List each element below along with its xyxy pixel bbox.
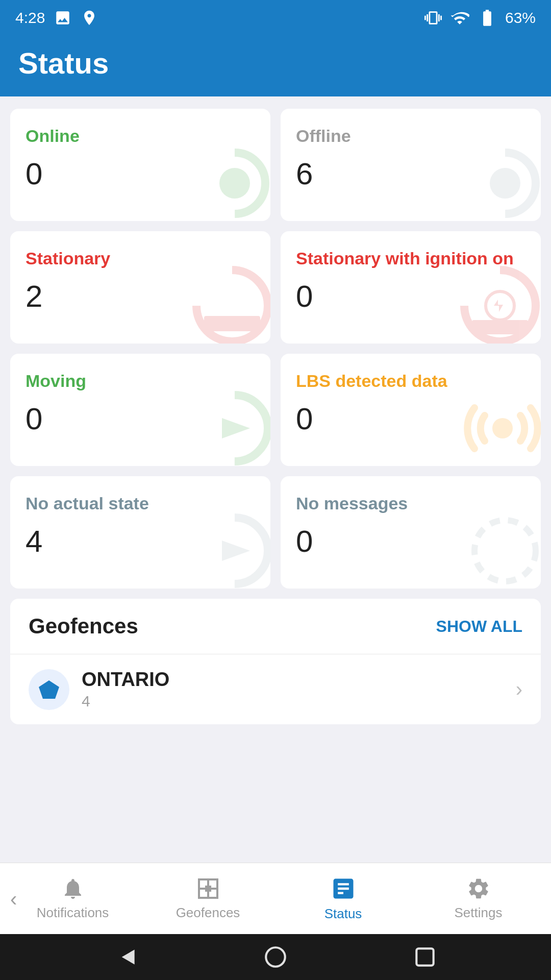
geofences-header: Geofences SHOW ALL <box>10 599 541 654</box>
card-no-actual-state-graphic <box>194 510 270 589</box>
gallery-icon <box>54 9 71 27</box>
status-cards-grid: Online 0 Offline 6 Stationary <box>10 109 541 589</box>
geofence-info: ONTARIO 4 <box>82 669 504 710</box>
status-bar-right: 63% <box>424 8 536 28</box>
svg-rect-20 <box>417 948 434 965</box>
header: Status <box>0 36 551 96</box>
status-nav-icon <box>330 875 357 902</box>
card-no-messages[interactable]: No messages 0 <box>281 476 541 589</box>
android-nav-bar <box>0 934 551 980</box>
card-moving[interactable]: Moving 0 <box>10 354 270 466</box>
android-recents-icon[interactable] <box>412 944 438 970</box>
geofences-title: Geofences <box>29 614 138 639</box>
battery-icon <box>478 8 497 28</box>
geofences-section: Geofences SHOW ALL ONTARIO 4 › <box>10 599 541 724</box>
wifi-icon <box>450 8 469 28</box>
geofence-name: ONTARIO <box>82 669 504 691</box>
android-back-icon[interactable] <box>113 944 139 970</box>
card-stationary-ignition-graphic <box>454 265 541 344</box>
bottom-nav: ‹ Notifications Geofences Status Setting… <box>0 863 551 934</box>
svg-point-3 <box>490 168 520 199</box>
main-content: Online 0 Offline 6 Stationary <box>0 96 551 863</box>
geofence-count: 4 <box>82 693 504 710</box>
geofence-icon-container <box>29 669 69 710</box>
card-stationary[interactable]: Stationary 2 <box>10 231 270 344</box>
card-offline[interactable]: Offline 6 <box>281 109 541 221</box>
bell-icon <box>61 876 85 901</box>
svg-point-12 <box>474 520 536 581</box>
nav-label-settings: Settings <box>455 905 503 921</box>
card-lbs[interactable]: LBS detected data 0 <box>281 354 541 466</box>
battery-percent: 63% <box>505 9 536 27</box>
svg-point-1 <box>219 168 250 199</box>
show-all-button[interactable]: SHOW ALL <box>436 617 522 636</box>
nav-item-geofences[interactable]: Geofences <box>140 876 276 921</box>
card-stationary-graphic <box>189 265 270 344</box>
svg-point-9 <box>492 418 513 438</box>
nav-item-settings[interactable]: Settings <box>411 876 546 921</box>
card-offline-graphic <box>464 142 541 221</box>
card-moving-graphic <box>194 387 270 466</box>
nav-label-status: Status <box>324 906 362 922</box>
card-no-messages-graphic <box>464 510 541 589</box>
svg-marker-18 <box>121 949 134 964</box>
settings-nav-icon <box>466 876 491 901</box>
nav-back-arrow[interactable]: ‹ <box>0 877 27 920</box>
card-online-graphic <box>194 142 270 221</box>
chevron-right-icon: › <box>516 678 522 701</box>
status-bar: 4:28 63% <box>0 0 551 36</box>
svg-rect-4 <box>204 316 260 331</box>
card-lbs-graphic <box>459 387 541 466</box>
page-title: Status <box>18 46 533 80</box>
location-icon <box>81 9 98 27</box>
card-stationary-ignition[interactable]: Stationary with ignition on 0 <box>281 231 541 344</box>
svg-rect-6 <box>472 320 528 334</box>
geofence-item[interactable]: ONTARIO 4 › <box>10 654 541 724</box>
card-no-actual-state[interactable]: No actual state 4 <box>10 476 270 589</box>
status-bar-left: 4:28 <box>15 9 98 27</box>
vibrate-icon <box>424 9 442 27</box>
geofences-nav-icon <box>196 876 220 901</box>
android-home-icon[interactable] <box>263 944 288 970</box>
svg-marker-8 <box>222 418 250 438</box>
card-online[interactable]: Online 0 <box>10 109 270 221</box>
geofence-pentagon-icon <box>38 678 60 701</box>
svg-point-19 <box>266 947 285 967</box>
svg-marker-13 <box>39 680 59 699</box>
svg-marker-11 <box>222 541 250 561</box>
nav-label-notifications: Notifications <box>37 905 109 921</box>
time: 4:28 <box>15 9 45 27</box>
nav-item-status[interactable]: Status <box>276 875 411 922</box>
nav-label-geofences: Geofences <box>176 905 240 921</box>
